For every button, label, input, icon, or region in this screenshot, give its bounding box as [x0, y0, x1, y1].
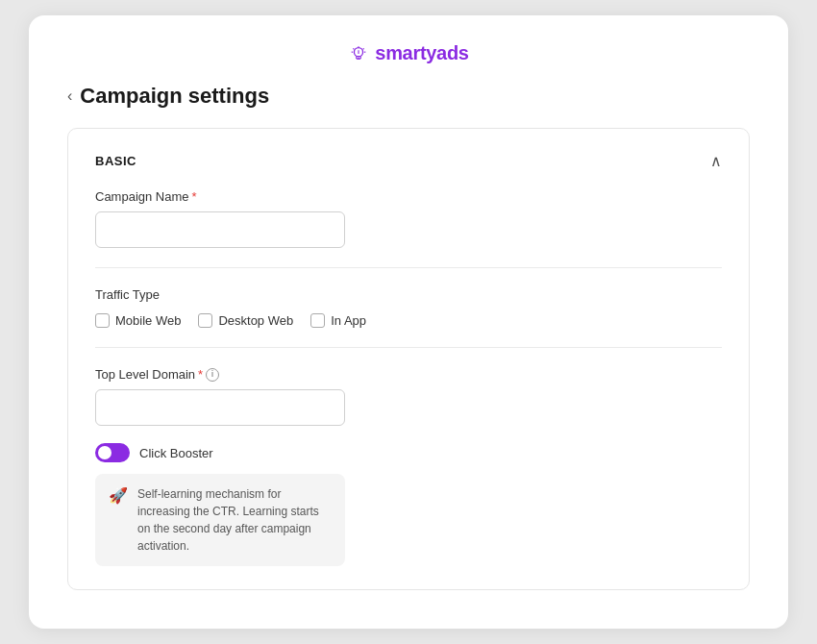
- checkbox-mobile-web[interactable]: Mobile Web: [95, 313, 181, 328]
- required-star: *: [192, 189, 197, 204]
- page-title-area: ‹ Campaign settings: [29, 84, 788, 128]
- checkbox-in-app[interactable]: In App: [310, 313, 366, 328]
- checkbox-mobile-web-label: Mobile Web: [115, 313, 181, 328]
- back-button[interactable]: ‹: [67, 87, 72, 105]
- campaign-name-label: Campaign Name *: [95, 189, 722, 204]
- click-booster-label: Click Booster: [139, 446, 213, 460]
- click-booster-info-box: 🚀 Self-learning mechanism for increasing…: [95, 474, 345, 566]
- checkbox-in-app-label: In App: [331, 313, 366, 328]
- tld-required-star: *: [198, 367, 203, 382]
- divider-2: [95, 347, 722, 348]
- header: smartyads: [29, 15, 788, 84]
- page-title: Campaign settings: [80, 84, 269, 109]
- card-header: BASIC ∧: [95, 152, 722, 170]
- collapse-icon[interactable]: ∧: [710, 152, 722, 170]
- click-booster-toggle-row: Click Booster: [95, 443, 722, 462]
- tld-info-icon[interactable]: i: [206, 368, 219, 382]
- click-booster-info-text: Self-learning mechanism for increasing t…: [137, 485, 332, 555]
- logo-area: smartyads: [348, 42, 468, 64]
- campaign-name-group: Campaign Name *: [95, 189, 722, 248]
- top-level-domain-group: Top Level Domain * i: [95, 367, 722, 426]
- click-booster-toggle[interactable]: [95, 443, 130, 462]
- top-level-domain-label: Top Level Domain * i: [95, 367, 722, 382]
- top-level-domain-input[interactable]: [95, 389, 345, 426]
- section-label: BASIC: [95, 154, 136, 168]
- checkbox-mobile-web-box[interactable]: [95, 313, 110, 328]
- checkbox-desktop-web[interactable]: Desktop Web: [198, 313, 293, 328]
- checkboxes-row: Mobile Web Desktop Web In App: [95, 313, 722, 328]
- checkbox-desktop-web-box[interactable]: [198, 313, 212, 328]
- divider-1: [95, 267, 722, 268]
- basic-card: BASIC ∧ Campaign Name * Traffic Type Mob…: [67, 128, 750, 590]
- campaign-name-input[interactable]: [95, 211, 345, 248]
- logo-text: smartyads: [375, 42, 468, 64]
- logo-bulb-icon: [348, 43, 369, 64]
- traffic-type-section: Traffic Type Mobile Web Desktop Web In A…: [95, 287, 722, 328]
- rocket-icon: 🚀: [109, 486, 128, 505]
- page-container: smartyads ‹ Campaign settings BASIC ∧ Ca…: [29, 15, 788, 629]
- svg-line-4: [363, 48, 364, 49]
- checkbox-desktop-web-label: Desktop Web: [218, 313, 293, 328]
- svg-line-3: [354, 48, 355, 49]
- traffic-type-label: Traffic Type: [95, 287, 722, 302]
- checkbox-in-app-box[interactable]: [310, 313, 325, 328]
